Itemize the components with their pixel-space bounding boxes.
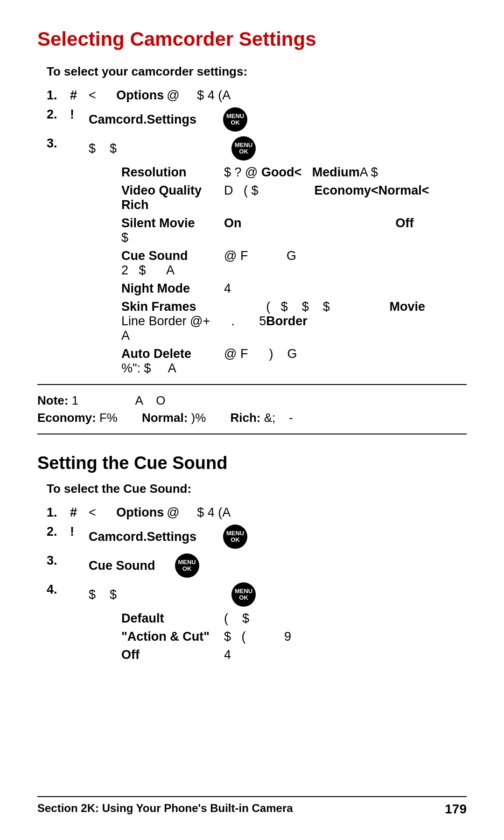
default-label: Default [121, 611, 224, 626]
step-2-content: Camcord.Settings MENUOK [89, 107, 467, 132]
night-mode-row: Night Mode 4 [121, 281, 467, 296]
step2-1-symbol: # [70, 505, 89, 520]
step2-1-num: 1. [47, 505, 70, 520]
step2-2-content: Camcord.Settings MENUOK [89, 525, 467, 549]
divider-1 [37, 384, 467, 385]
step2-1-content: < Options @ $ 4 (A [89, 505, 467, 520]
action-cut-desc: $ ( 9 [224, 630, 467, 644]
off-label: Off [121, 648, 224, 662]
skin-frames-desc: ( $ $ $ Movie Border [266, 300, 467, 329]
night-mode-desc: 4 [224, 281, 467, 296]
settings-table-2: Default ( $ "Action & Cut" $ ( 9 Off 4 [121, 611, 467, 662]
action-cut-label: "Action & Cut" [121, 630, 224, 644]
cue-sound-desc: @ F G [224, 249, 467, 263]
step-1-symbol: # [70, 88, 89, 103]
action-cut-row: "Action & Cut" $ ( 9 [121, 630, 467, 644]
step2-3-content: Cue Sound MENUOK [89, 553, 467, 578]
step-2-symbol: ! [70, 107, 89, 122]
default-row: Default ( $ [121, 611, 467, 626]
silent-movie-row: Silent Movie$ On Off [121, 216, 467, 245]
footer: Section 2K: Using Your Phone's Built-in … [37, 796, 467, 817]
settings-table-1: Resolution $ ? @ Good< MediumA $ Video Q… [121, 165, 467, 376]
note-section: Note: 1 A O Economy: F% Normal: )% Rich:… [37, 393, 467, 425]
divider-2 [37, 434, 467, 434]
step-2-num: 2. [47, 107, 70, 122]
step-3: 3. $ $ MENUOK [47, 136, 467, 161]
video-quality-label: Video QualityRich [121, 183, 224, 212]
silent-movie-desc: On Off [224, 216, 467, 231]
step2-4-content: $ $ MENUOK [89, 582, 467, 607]
auto-delete-desc: @ F ) G [224, 347, 467, 361]
resolution-desc: $ ? @ Good< MediumA $ [224, 165, 467, 180]
footer-left: Section 2K: Using Your Phone's Built-in … [37, 802, 293, 817]
auto-delete-label: Auto Delete%": $ A [121, 347, 224, 376]
menu-ok-btn-1: MENUOK [223, 107, 247, 132]
step-3-num: 3. [47, 136, 70, 151]
page-number: 179 [445, 802, 467, 817]
steps-section-1: 1. # < Options @ $ 4 (A 2. ! Camcord.Set… [47, 88, 467, 161]
section-intro-1: To select your camcorder settings: [47, 64, 467, 79]
step-1: 1. # < Options @ $ 4 (A [47, 88, 467, 103]
step2-3: 3. Cue Sound MENUOK [47, 553, 467, 578]
menu-ok-btn-3: MENUOK [223, 525, 247, 549]
video-quality-desc: D ( $ Economy<Normal< [224, 183, 467, 198]
skin-frames-label: Skin Frames Line Border @+ . 5 A [121, 300, 266, 343]
note-normal: Normal: )% [142, 411, 206, 425]
cue-sound-label: Cue Sound2 $ A [121, 249, 224, 278]
off-row: Off 4 [121, 648, 467, 662]
resolution-row: Resolution $ ? @ Good< MediumA $ [121, 165, 467, 180]
section-intro-2: To select the Cue Sound: [47, 482, 467, 496]
resolution-label: Resolution [121, 165, 224, 180]
step2-4-num: 4. [47, 582, 70, 597]
steps-section-2: 1. # < Options @ $ 4 (A 2. ! Camcord.Set… [47, 505, 467, 607]
night-mode-label: Night Mode [121, 281, 224, 296]
menu-ok-btn-2: MENUOK [231, 136, 256, 161]
note-economy: Economy: F% [37, 411, 118, 425]
menu-ok-btn-5: MENUOK [231, 582, 256, 607]
auto-delete-row: Auto Delete%": $ A @ F ) G [121, 347, 467, 376]
step-3-content: $ $ MENUOK [89, 136, 467, 161]
step2-4: 4. $ $ MENUOK [47, 582, 467, 607]
step-1-content: < Options @ $ 4 (A [89, 88, 467, 103]
note-row-2: Economy: F% Normal: )% Rich: &; - [37, 411, 467, 425]
note-rich: Rich: &; - [230, 411, 293, 425]
page-title: Selecting Camcorder Settings [37, 28, 467, 50]
cue-sound-row: Cue Sound2 $ A @ F G [121, 249, 467, 278]
section-2-title: Setting the Cue Sound [37, 453, 467, 473]
step2-2: 2. ! Camcord.Settings MENUOK [47, 525, 467, 549]
step-2: 2. ! Camcord.Settings MENUOK [47, 107, 467, 132]
off-desc: 4 [224, 648, 467, 662]
step2-1: 1. # < Options @ $ 4 (A [47, 505, 467, 520]
step-1-num: 1. [47, 88, 70, 103]
menu-ok-btn-4: MENUOK [175, 553, 199, 578]
default-desc: ( $ [224, 611, 467, 626]
silent-movie-label: Silent Movie$ [121, 216, 224, 245]
step2-2-symbol: ! [70, 525, 89, 539]
skin-frames-row: Skin Frames Line Border @+ . 5 A ( $ $ $… [121, 300, 467, 343]
note-label: Note: 1 A O [37, 393, 166, 408]
note-row-1: Note: 1 A O [37, 393, 467, 408]
step2-3-num: 3. [47, 553, 70, 568]
step2-2-num: 2. [47, 525, 70, 539]
video-quality-row: Video QualityRich D ( $ Economy<Normal< [121, 183, 467, 212]
